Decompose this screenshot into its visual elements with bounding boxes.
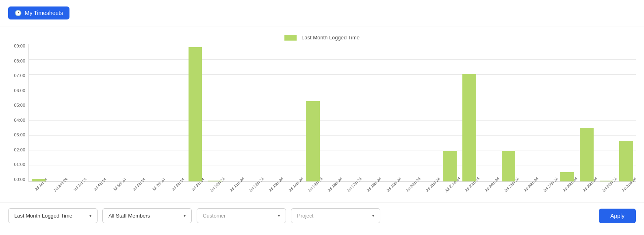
chart-title: Last Month Logged Time	[301, 34, 360, 41]
bar-col	[538, 44, 557, 181]
y-axis-label: 00:00	[8, 177, 25, 182]
y-axis-label: 03:00	[8, 133, 25, 137]
bar-col	[616, 44, 636, 181]
staff-filter[interactable]: All Staff Members ▾	[102, 208, 192, 223]
bar-col	[68, 44, 87, 181]
bar	[189, 47, 202, 181]
bar-col	[283, 44, 303, 181]
bar-col	[342, 44, 362, 181]
bar	[600, 181, 614, 181]
staff-chevron-icon: ▾	[184, 213, 186, 218]
customer-filter-label: Customer	[203, 213, 226, 219]
y-axis-label: 01:00	[8, 162, 25, 167]
bar-col	[107, 44, 127, 181]
project-filter[interactable]: Project ▾	[291, 208, 380, 223]
y-axis-label: 05:00	[8, 103, 25, 108]
chart-legend-box	[284, 35, 297, 41]
bar-col	[166, 44, 185, 181]
y-axis-label: 09:00	[8, 44, 25, 48]
bar	[580, 128, 594, 181]
my-timesheets-button[interactable]: 🕐 My Timesheets	[8, 6, 69, 19]
bar-col	[518, 44, 538, 181]
bar-col	[577, 44, 596, 181]
chart-container: 09:0008:0007:0006:0005:0004:0003:0002:00…	[8, 44, 636, 198]
bar-col	[205, 44, 225, 181]
chart-area: Last Month Logged Time 09:0008:0007:0006…	[0, 26, 644, 202]
bar-col	[29, 44, 48, 181]
bar	[502, 151, 516, 181]
bar-col	[186, 44, 205, 181]
apply-button[interactable]: Apply	[599, 209, 636, 223]
bar-col	[303, 44, 323, 181]
bar-col	[362, 44, 381, 181]
bar-col	[264, 44, 283, 181]
bar-col	[381, 44, 401, 181]
customer-chevron-icon: ▾	[278, 213, 280, 218]
clock-icon: 🕐	[15, 10, 22, 16]
timesheets-button-label: My Timesheets	[25, 10, 63, 16]
y-axis-label: 08:00	[8, 59, 25, 63]
bar-col	[146, 44, 166, 181]
bar-col	[127, 44, 146, 181]
bar-col	[557, 44, 577, 181]
y-axis-label: 06:00	[8, 88, 25, 93]
bar-col	[499, 44, 518, 181]
bar-col	[401, 44, 421, 181]
bar-col	[460, 44, 479, 181]
bar-col	[88, 44, 107, 181]
y-axis-label: 02:00	[8, 148, 25, 152]
bar-col	[479, 44, 499, 181]
bar	[443, 151, 457, 181]
chart-title-row: Last Month Logged Time	[8, 34, 636, 41]
project-filter-label: Project	[297, 213, 313, 219]
project-chevron-icon: ▾	[372, 213, 374, 218]
bar-col	[244, 44, 264, 181]
staff-filter-label: All Staff Members	[108, 213, 150, 219]
bar-col	[225, 44, 244, 181]
bars-area	[28, 44, 636, 182]
bar	[306, 101, 320, 181]
period-filter-label: Last Month Logged Time	[14, 213, 72, 219]
bar	[560, 172, 574, 181]
y-axis-label: 07:00	[8, 73, 25, 78]
x-labels: Jul 1st 24Jul 2nd 24Jul 3rd 24Jul 4th 24…	[28, 182, 636, 198]
bars-wrapper	[29, 44, 636, 181]
y-axis: 09:0008:0007:0006:0005:0004:0003:0002:00…	[8, 44, 28, 198]
period-filter[interactable]: Last Month Logged Time ▾	[8, 208, 98, 223]
bar-col	[440, 44, 460, 181]
bar	[462, 74, 476, 181]
period-chevron-icon: ▾	[89, 213, 91, 218]
bar	[619, 141, 633, 181]
chart-inner: Jul 1st 24Jul 2nd 24Jul 3rd 24Jul 4th 24…	[28, 44, 636, 198]
bottom-bar: Last Month Logged Time ▾ All Staff Membe…	[0, 202, 644, 229]
bar	[32, 179, 46, 181]
bar-col	[596, 44, 616, 181]
bar	[208, 181, 222, 181]
bar-col	[48, 44, 68, 181]
bar-col	[323, 44, 342, 181]
y-axis-label: 04:00	[8, 118, 25, 123]
customer-filter[interactable]: Customer ▾	[197, 208, 286, 223]
bar-col	[421, 44, 440, 181]
